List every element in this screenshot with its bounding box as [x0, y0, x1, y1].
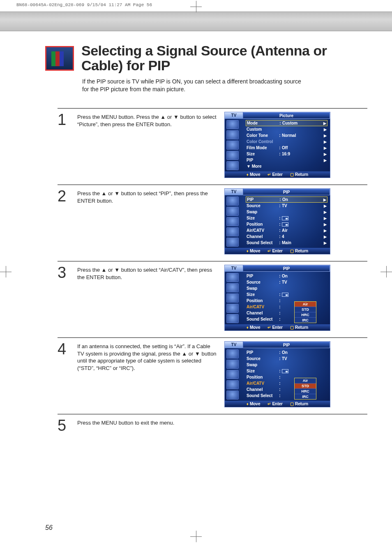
osd-category-icon	[226, 130, 239, 139]
osd-option-list: AirSTDHRCIRC	[294, 301, 316, 323]
osd-tab: TV	[225, 265, 243, 272]
osd-category-icon	[226, 227, 239, 236]
osd-footer: ♦Move ↵Enter ▢Return	[225, 171, 330, 178]
osd-row[interactable]: Color Tone: Normal▶	[246, 132, 327, 139]
osd-row[interactable]: PIP: On▶	[246, 196, 327, 203]
osd-option[interactable]: STD	[295, 307, 316, 312]
osd-row[interactable]: Sound Select: Main▶	[246, 240, 327, 246]
osd-footer: ♦Move ↵Enter ▢Return	[225, 401, 330, 407]
osd-option-list: AirSTDHRCIRC	[294, 378, 316, 400]
osd-title: Picture	[243, 112, 330, 119]
osd-option[interactable]: IRC	[295, 394, 316, 399]
step-text: Press the MENU button. Press the ▲ or ▼ …	[77, 112, 217, 178]
osd-category-icon	[226, 349, 239, 358]
step-text: Press the ▲ or ▼ button to select “PIP”,…	[77, 188, 217, 254]
osd-footer: ♦Move ↵Enter ▢Return	[225, 324, 330, 330]
osd-tab: TV	[225, 342, 243, 348]
osd-option[interactable]: STD	[295, 383, 316, 388]
osd-category-icon	[226, 217, 239, 226]
decorative-header-bar	[0, 12, 392, 31]
osd-pip-menu: TV PIP PIP: On Source: TV Swap Size: Pos…	[224, 265, 330, 331]
step-number: 4	[58, 341, 70, 407]
crop-mark-right	[380, 266, 392, 277]
osd-row[interactable]: Size: ▶	[246, 215, 327, 221]
step-number: 3	[58, 265, 70, 331]
osd-category-icon	[226, 304, 239, 313]
osd-row[interactable]: Source: TV▶	[246, 203, 327, 209]
crop-mark-bottom	[190, 531, 202, 542]
osd-row[interactable]: Size:	[246, 368, 327, 374]
pip-box-icon	[282, 216, 288, 220]
pip-box-icon	[282, 293, 288, 297]
osd-row[interactable]: ▼ More	[246, 163, 327, 169]
step-text: If an antenna is connected, the setting …	[77, 341, 217, 407]
osd-category-icon	[226, 238, 239, 247]
osd-row[interactable]: Swap ▶	[246, 209, 327, 215]
osd-category-icon	[226, 141, 239, 150]
osd-row[interactable]: Position: AirSTDHRCIRC	[246, 374, 327, 380]
osd-title: PIP	[243, 342, 330, 348]
osd-sidebar	[225, 348, 243, 401]
osd-category-icon	[226, 120, 239, 129]
osd-row[interactable]: Film Mode: Off▶	[246, 145, 327, 151]
osd-option[interactable]: Air	[295, 302, 316, 307]
step-4: 4 If an antenna is connected, the settin…	[58, 337, 367, 413]
osd-category-icon	[226, 151, 239, 160]
step-1: 1 Press the MENU button. Press the ▲ or …	[58, 108, 367, 184]
step-number: 5	[58, 418, 70, 433]
osd-option[interactable]: Air	[295, 378, 316, 383]
osd-row[interactable]: Swap	[246, 285, 327, 291]
osd-category-icon	[226, 390, 239, 400]
osd-title: PIP	[243, 189, 330, 195]
osd-row[interactable]: Mode: Custom▶	[246, 120, 327, 126]
step-text: Press the MENU button to exit the menu.	[77, 418, 217, 433]
osd-category-icon	[226, 196, 239, 206]
osd-sidebar	[225, 119, 243, 171]
osd-row[interactable]: Swap	[246, 362, 327, 368]
osd-row[interactable]: Air/CATV: Air▶	[246, 227, 327, 233]
osd-footer: ♦Move ↵Enter ▢Return	[225, 248, 330, 254]
osd-row[interactable]: Size:	[246, 291, 327, 298]
osd-tab: TV	[225, 112, 243, 119]
osd-row[interactable]: Position: ▶	[246, 221, 327, 227]
crop-mark-left	[0, 266, 12, 277]
osd-row[interactable]: PIP: On	[246, 273, 327, 279]
osd-title: PIP	[243, 265, 330, 272]
page-title: Selecting a Signal Source (Antenna or Ca…	[81, 44, 367, 73]
osd-row[interactable]: Source: TV	[246, 279, 327, 285]
osd-row[interactable]: Channel: 4▶	[246, 233, 327, 240]
osd-tab: TV	[225, 189, 243, 195]
pip-box-icon	[282, 369, 288, 373]
osd-option[interactable]: HRC	[295, 312, 316, 317]
lead-paragraph: If the PIP source is TV while PIP is ON,…	[45, 78, 308, 93]
step-3: 3 Press the ▲ or ▼ button to select “Air…	[58, 261, 367, 337]
osd-category-icon	[226, 273, 239, 282]
tv-icon	[45, 46, 74, 71]
osd-category-icon	[226, 283, 239, 292]
step-text: Press the ▲ or ▼ button to select “Air/C…	[77, 265, 217, 331]
osd-pip-menu: TV PIP PIP: On▶ Source: TV▶ Swap ▶ Size:…	[224, 188, 330, 254]
osd-option[interactable]: HRC	[295, 388, 316, 394]
step-5: 5 Press the MENU button to exit the menu…	[58, 414, 367, 439]
osd-category-icon	[226, 293, 239, 303]
page-number: 56	[45, 524, 53, 531]
crop-mark-top	[190, 1, 202, 12]
osd-category-icon	[226, 207, 239, 216]
osd-row[interactable]: Custom ▶	[246, 126, 327, 132]
osd-row[interactable]: Source: TV	[246, 356, 327, 362]
osd-row[interactable]: Size: 16:9▶	[246, 151, 327, 157]
osd-category-icon	[226, 370, 239, 379]
osd-category-icon	[226, 380, 239, 389]
osd-row[interactable]: Color Control ▶	[246, 139, 327, 145]
osd-row[interactable]: PIP: On	[246, 349, 327, 356]
osd-pip-menu: TV PIP PIP: On Source: TV Swap Size: Pos…	[224, 341, 330, 407]
osd-sidebar	[225, 272, 243, 324]
osd-sidebar	[225, 195, 243, 248]
osd-row[interactable]: PIP ▶	[246, 157, 327, 163]
step-number: 2	[58, 188, 70, 254]
osd-row[interactable]: Position: AirSTDHRCIRC	[246, 298, 327, 304]
osd-category-icon	[226, 314, 239, 323]
pip-box-icon	[282, 222, 288, 226]
osd-option[interactable]: IRC	[295, 317, 316, 323]
step-number: 1	[58, 112, 70, 178]
